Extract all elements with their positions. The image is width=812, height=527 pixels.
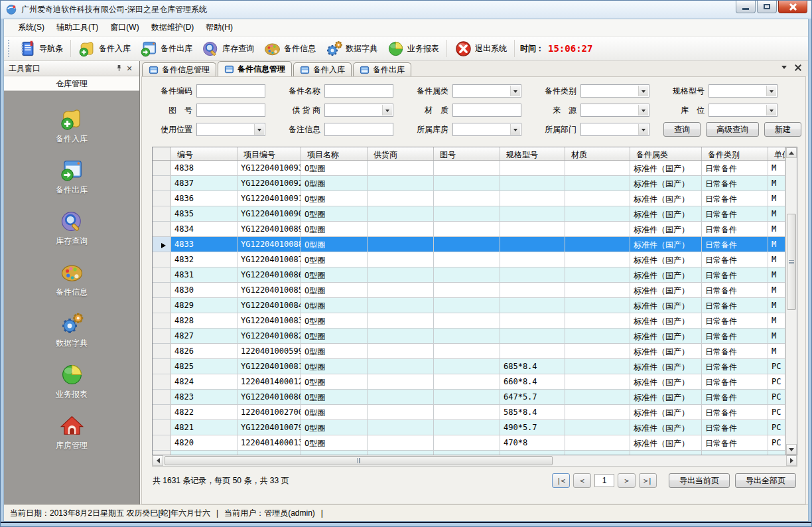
table-row[interactable]: 4835YG12204010090O型圈标准件（国产）日常备件M bbox=[153, 206, 785, 222]
sidebar-item-warehouse[interactable]: 库房管理 bbox=[4, 407, 139, 458]
maximize-button[interactable] bbox=[757, 1, 777, 13]
scroll-down-icon[interactable] bbox=[786, 444, 797, 455]
table-row[interactable]: 4830YG12204010085O型圈标准件（国产）日常备件M bbox=[153, 283, 785, 298]
vertical-scrollbar-thumb[interactable] bbox=[787, 214, 796, 310]
toolbar-button-parts-out[interactable]: 备件出库 bbox=[135, 38, 197, 60]
sidebar-item-stock-query[interactable]: 库存查询 bbox=[4, 202, 139, 254]
advanced-query-button[interactable]: 高级查询 bbox=[706, 122, 759, 137]
search-input[interactable] bbox=[452, 104, 521, 117]
table-row[interactable]: 4825YG12204010081O型圈685*8.4标准件（国产）日常备件PC bbox=[153, 359, 785, 374]
chevron-down-icon[interactable] bbox=[638, 105, 648, 115]
tab-备件信息管理[interactable]: 备件信息管理 bbox=[218, 61, 292, 76]
column-header[interactable]: 项目编号 bbox=[237, 147, 301, 160]
sidebar-item-parts-info[interactable]: 备件信息 bbox=[4, 254, 139, 305]
pin-icon[interactable] bbox=[113, 64, 124, 73]
table-row[interactable]: 48241220401400012O型圈660*8.4标准件（国产）日常备件PC bbox=[153, 374, 785, 390]
column-header[interactable]: 编号 bbox=[171, 147, 237, 160]
table-row[interactable]: 48221220401002700O型圈585*8.4标准件（国产）日常备件PC bbox=[153, 405, 785, 420]
column-header[interactable]: 项目名称 bbox=[301, 147, 368, 160]
menu-item[interactable]: 数据维护(D) bbox=[145, 19, 200, 36]
search-input[interactable] bbox=[196, 104, 265, 117]
horizontal-scrollbar-thumb[interactable] bbox=[165, 456, 553, 465]
sidebar-item-parts-out[interactable]: 备件出库 bbox=[4, 151, 139, 202]
toolbar-grip[interactable] bbox=[8, 40, 11, 57]
last-page-button[interactable]: >| bbox=[639, 473, 657, 488]
chevron-down-icon[interactable] bbox=[638, 124, 648, 135]
search-input[interactable] bbox=[324, 123, 393, 136]
search-select[interactable] bbox=[709, 104, 778, 117]
scroll-right-icon[interactable] bbox=[786, 455, 797, 466]
search-select[interactable] bbox=[452, 123, 521, 136]
chevron-down-icon[interactable] bbox=[382, 105, 392, 115]
close-panel-icon[interactable]: ✕ bbox=[124, 64, 135, 73]
table-row[interactable]: 4829YG12204010084O型圈标准件（国产）日常备件M bbox=[153, 298, 785, 313]
toolbar-button-parts-in[interactable]: 备件入库 bbox=[74, 38, 135, 60]
grid-header[interactable]: 编号项目编号项目名称供货商图号规格型号材质备件属类备件类别单位 bbox=[153, 147, 785, 161]
toolbar-button-stock-query[interactable]: 库存查询 bbox=[197, 38, 259, 60]
table-row[interactable] bbox=[153, 451, 785, 455]
table-row[interactable]: 4834YG12204010089O型圈标准件（国产）日常备件M bbox=[153, 222, 785, 237]
table-row[interactable]: 4827YG12204010082O型圈标准件（国产）日常备件M bbox=[153, 329, 785, 344]
table-row[interactable]: 48261220401000599O型圈标准件（国产）日常备件M bbox=[153, 344, 785, 359]
menu-item[interactable]: 窗口(W) bbox=[104, 19, 145, 36]
column-header[interactable]: 图号 bbox=[434, 147, 500, 160]
menu-item[interactable]: 帮助(H) bbox=[200, 19, 239, 36]
toolbar-button-parts-info[interactable]: 备件信息 bbox=[259, 38, 320, 60]
chevron-down-icon[interactable] bbox=[510, 86, 520, 96]
toolbar-button-navbar[interactable]: 导航条 bbox=[14, 38, 68, 60]
export-all-pages-button[interactable]: 导出全部页 bbox=[735, 473, 796, 488]
table-row[interactable]: 4828YG12204010083O型圈标准件（国产）日常备件M bbox=[153, 313, 785, 329]
menu-item[interactable]: 系统(S) bbox=[12, 19, 50, 36]
export-current-page-button[interactable]: 导出当前页 bbox=[669, 473, 730, 488]
scroll-left-icon[interactable] bbox=[153, 455, 163, 466]
close-tab-icon[interactable] bbox=[795, 64, 801, 71]
column-header[interactable]: 备件类别 bbox=[702, 147, 768, 160]
chevron-down-icon[interactable] bbox=[254, 124, 264, 135]
table-row[interactable]: 4833YG12204010088O型圈标准件（国产）日常备件M bbox=[153, 237, 785, 252]
tab-备件出库[interactable]: 备件出库 bbox=[353, 62, 411, 76]
chevron-down-icon[interactable] bbox=[766, 105, 776, 115]
menu-item[interactable]: 辅助工具(T) bbox=[50, 19, 104, 36]
search-input[interactable] bbox=[324, 84, 393, 98]
table-row[interactable]: 4831YG12204010086O型圈标准件（国产）日常备件M bbox=[153, 267, 785, 283]
scroll-up-icon[interactable] bbox=[786, 147, 797, 158]
tab-备件信息管理[interactable]: 备件信息管理 bbox=[142, 62, 216, 76]
next-page-button[interactable]: > bbox=[618, 473, 636, 488]
close-button[interactable] bbox=[778, 1, 807, 13]
table-row[interactable]: 4821YG12204010079O型圈490*5.7标准件（国产）日常备件PC bbox=[153, 420, 785, 435]
horizontal-scrollbar[interactable] bbox=[152, 455, 797, 467]
toolbar-button-report[interactable]: 业务报表 bbox=[382, 38, 444, 60]
tab-list-dropdown-icon[interactable] bbox=[781, 66, 787, 72]
page-number-input[interactable] bbox=[594, 474, 614, 487]
search-select[interactable] bbox=[452, 84, 521, 98]
column-header[interactable]: 单位 bbox=[768, 147, 785, 160]
first-page-button[interactable]: |< bbox=[552, 473, 570, 488]
table-row[interactable]: 48201220401400013O型圈470*8标准件（国产）日常备件PC bbox=[153, 435, 785, 451]
search-select[interactable] bbox=[580, 84, 649, 98]
table-row[interactable]: 4837YG12204010092O型圈标准件（国产）日常备件M bbox=[153, 176, 785, 191]
chevron-down-icon[interactable] bbox=[766, 86, 776, 96]
column-header[interactable]: 供货商 bbox=[368, 147, 434, 160]
column-header[interactable]: 规格型号 bbox=[500, 147, 565, 160]
search-select[interactable] bbox=[709, 84, 778, 98]
toolbar-button-exit[interactable]: 退出系统 bbox=[450, 38, 511, 60]
table-row[interactable]: 4832YG12204010087O型圈标准件（国产）日常备件M bbox=[153, 252, 785, 267]
query-button[interactable]: 查询 bbox=[663, 122, 701, 137]
search-select[interactable] bbox=[580, 104, 649, 117]
table-row[interactable]: 4836YG12204010091O型圈标准件（国产）日常备件M bbox=[153, 191, 785, 206]
toolbar-button-data-dict[interactable]: 数据字典 bbox=[320, 38, 382, 60]
sidebar-group-title[interactable]: 仓库管理 bbox=[4, 76, 139, 91]
table-row[interactable]: 4838YG12204010093O型圈标准件（国产）日常备件M bbox=[153, 161, 785, 176]
sidebar-item-data-dict[interactable]: 数据字典 bbox=[4, 305, 139, 356]
search-select[interactable] bbox=[196, 123, 265, 136]
prev-page-button[interactable]: < bbox=[573, 473, 591, 488]
chevron-down-icon[interactable] bbox=[510, 124, 520, 135]
chevron-down-icon[interactable] bbox=[638, 86, 648, 96]
search-select[interactable] bbox=[324, 104, 393, 117]
minimize-button[interactable] bbox=[736, 1, 756, 13]
search-select[interactable] bbox=[580, 123, 649, 136]
table-row[interactable]: 4823YG12204010080O型圈647*5.7标准件（国产）日常备件PC bbox=[153, 390, 785, 405]
sidebar-item-report[interactable]: 业务报表 bbox=[4, 356, 139, 407]
vertical-scrollbar[interactable] bbox=[785, 147, 797, 455]
title-bar[interactable]: 广州爱奇迪软件科技有限公司-深田之星仓库管理系统 bbox=[1, 1, 811, 19]
